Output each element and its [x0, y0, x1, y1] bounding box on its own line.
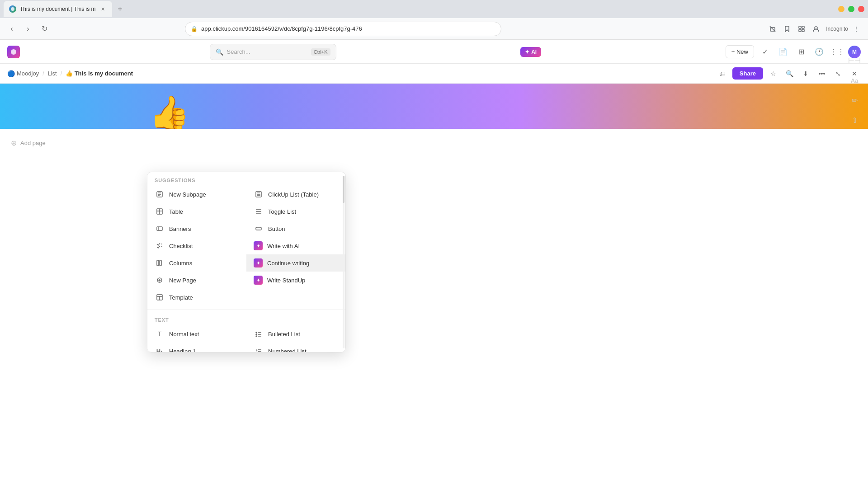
- checkmark-icon[interactable]: ✓: [758, 45, 772, 59]
- add-page-label: Add page: [20, 140, 46, 146]
- grid-icon[interactable]: ⋮⋮: [830, 45, 844, 59]
- menu-item-toggle-list[interactable]: Toggle List: [246, 203, 345, 220]
- write-standup-label: Write StandUp: [267, 277, 305, 284]
- text-row-1: T Normal text Bulleted List: [147, 325, 345, 343]
- svg-rect-4: [799, 26, 801, 28]
- tab-title: This is my document | This is m: [20, 6, 96, 12]
- paint-icon[interactable]: ✏: [848, 94, 861, 107]
- breadcrumb-list[interactable]: List: [47, 70, 57, 77]
- svg-marker-3: [785, 26, 789, 32]
- new-page-label: New Page: [169, 277, 196, 284]
- menu-item-numbered-list[interactable]: 1.2. Numbered List: [246, 343, 345, 352]
- toolbar-right: Incognito ⋮: [766, 23, 863, 35]
- template-label: Template: [169, 294, 193, 301]
- menu-item-button[interactable]: Button: [246, 220, 345, 237]
- menu-item-normal-text[interactable]: T Normal text: [147, 325, 246, 343]
- breadcrumb-actions: 🏷 Share ☆ 🔍 ⬇ ••• ⤡ ✕: [716, 67, 861, 80]
- share-button[interactable]: Share: [732, 67, 763, 80]
- menu-item-template[interactable]: Template: [147, 289, 246, 306]
- search-shortcut: Ctrl+K: [311, 48, 330, 56]
- menu-item-banners[interactable]: Banners: [147, 220, 246, 237]
- add-page-button[interactable]: ⊕ Add page: [7, 136, 101, 150]
- menu-item-checklist[interactable]: Checklist: [147, 237, 246, 254]
- text-row-2: H₁ Heading 1 1.2. Numbered List: [147, 343, 345, 352]
- more-options-icon[interactable]: ⋮: [850, 23, 863, 35]
- tab-close-btn[interactable]: ✕: [99, 5, 107, 13]
- svg-rect-7: [802, 29, 804, 32]
- extensions-icon[interactable]: [795, 23, 808, 35]
- svg-point-37: [256, 334, 257, 335]
- expand-icon[interactable]: ⤡: [832, 67, 844, 80]
- doc-banner: 👍: [0, 84, 868, 129]
- share-panel-icon[interactable]: ⇧: [848, 114, 861, 127]
- clock-icon[interactable]: 🕐: [812, 45, 826, 59]
- menu-item-table[interactable]: Table: [147, 203, 246, 220]
- svg-point-39: [256, 336, 257, 337]
- toggle-list-label: Toggle List: [268, 208, 296, 215]
- doc-search-icon[interactable]: 🔍: [783, 67, 796, 80]
- columns-icon: [155, 258, 165, 268]
- back-button[interactable]: ‹: [5, 23, 18, 35]
- star-icon[interactable]: ☆: [767, 67, 779, 80]
- write-standup-icon: ✦: [254, 276, 263, 285]
- new-subpage-label: New Subpage: [169, 191, 206, 198]
- tab-favicon: [9, 5, 16, 13]
- normal-text-icon: T: [155, 329, 165, 339]
- menu-item-heading-1[interactable]: H₁ Heading 1: [147, 343, 246, 352]
- text-label: TEXT: [147, 315, 345, 325]
- svg-rect-23: [256, 227, 261, 230]
- menu-item-new-subpage[interactable]: New Subpage: [147, 186, 246, 203]
- ai-badge[interactable]: ✦ AI: [520, 47, 541, 57]
- address-bar[interactable]: 🔒 app.clickup.com/9016164592/v/dc/8cpfg7…: [185, 22, 501, 36]
- button-label: Button: [268, 225, 285, 232]
- new-button[interactable]: + New: [726, 45, 754, 58]
- panel-collapse-icon[interactable]: ⊢⊣: [848, 54, 861, 67]
- profile-icon[interactable]: [810, 23, 822, 35]
- minimize-button[interactable]: [838, 6, 844, 12]
- search-placeholder: Search...: [227, 48, 250, 55]
- new-tab-button[interactable]: +: [114, 3, 127, 15]
- ai-label: AI: [531, 49, 537, 55]
- camera-off-icon[interactable]: [766, 23, 779, 35]
- menu-item-clickup-list[interactable]: ClickUp List (Table): [246, 186, 345, 203]
- url-text: app.clickup.com/9016164592/v/dc/8cpfg7g-…: [201, 25, 495, 32]
- menu-divider: [147, 310, 345, 310]
- sidebar: ⊕ Add page: [0, 129, 108, 157]
- ai-star-icon: ✦: [525, 49, 529, 55]
- banners-label: Banners: [169, 225, 191, 232]
- bookmark-icon[interactable]: [781, 23, 793, 35]
- breadcrumb-document: 👍 This is my document: [66, 70, 133, 77]
- menu-item-new-page[interactable]: New Page: [147, 272, 246, 289]
- font-size-icon[interactable]: Aa: [848, 74, 861, 87]
- layout-icon[interactable]: ⊞: [794, 45, 808, 59]
- write-with-ai-label: Write with AI: [267, 243, 300, 249]
- forward-button[interactable]: ›: [22, 23, 34, 35]
- svg-point-0: [11, 7, 14, 11]
- ai-star-2: ✦: [256, 260, 260, 266]
- active-tab[interactable]: This is my document | This is m ✕: [4, 1, 112, 17]
- close-window-button[interactable]: [858, 6, 864, 12]
- menu-item-bulleted-list[interactable]: Bulleted List: [246, 325, 345, 343]
- menu-item-columns[interactable]: Columns: [147, 254, 246, 272]
- menu-item-write-standup[interactable]: ✦ Write StandUp: [246, 272, 345, 289]
- maximize-button[interactable]: [848, 6, 854, 12]
- write-with-ai-icon: ✦: [254, 241, 263, 250]
- menu-item-write-with-ai[interactable]: ✦ Write with AI: [246, 237, 345, 254]
- toggle-list-icon: [254, 206, 264, 216]
- svg-rect-27: [160, 260, 161, 266]
- checklist-icon: [155, 241, 165, 251]
- menu-item-continue-writing[interactable]: ✦ Continue writing: [246, 254, 345, 272]
- scrollbar-thumb[interactable]: [343, 176, 344, 203]
- document-icon[interactable]: 📄: [776, 45, 790, 59]
- search-bar[interactable]: 🔍 Search... Ctrl+K: [210, 44, 336, 60]
- header-actions: + New ✓ 📄 ⊞ 🕐 ⋮⋮ M: [726, 45, 861, 59]
- tag-icon[interactable]: 🏷: [716, 67, 729, 80]
- heading-1-icon: H₁: [155, 346, 165, 352]
- ssl-icon: 🔒: [191, 26, 198, 32]
- scrollbar-track: [343, 176, 344, 348]
- refresh-button[interactable]: ↻: [38, 23, 51, 35]
- banner-emoji: 👍: [149, 96, 190, 129]
- breadcrumb-workspace[interactable]: 🔵 Moodjoy: [7, 70, 39, 77]
- download-icon[interactable]: ⬇: [799, 67, 812, 80]
- more-icon[interactable]: •••: [816, 67, 828, 80]
